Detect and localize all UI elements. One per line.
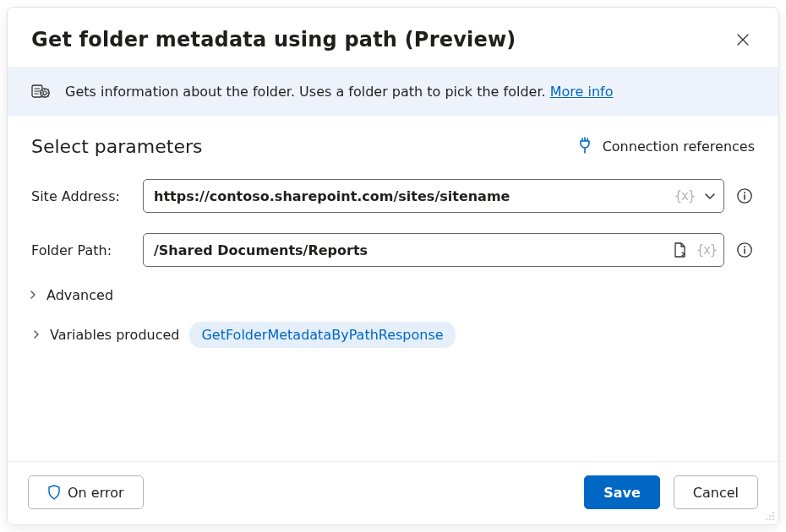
plug-icon <box>577 137 592 157</box>
folder-path-info[interactable] <box>734 242 755 258</box>
save-button[interactable]: Save <box>584 475 660 509</box>
chevron-right-icon <box>31 327 41 343</box>
fx-token-icon[interactable]: {x} <box>674 188 695 204</box>
fx-token-icon[interactable]: {x} <box>696 242 717 258</box>
connection-references-label: Connection references <box>603 138 755 155</box>
svg-point-4 <box>744 192 745 193</box>
site-address-label: Site Address: <box>31 188 133 204</box>
section-title: Select parameters <box>31 136 202 157</box>
info-icon <box>736 187 753 204</box>
site-address-dropdown[interactable] <box>703 189 717 203</box>
resize-grip-icon[interactable] <box>763 509 775 521</box>
file-browse-icon <box>673 242 688 258</box>
site-address-field[interactable]: {x} <box>143 179 724 213</box>
svg-point-7 <box>772 512 774 513</box>
svg-point-6 <box>744 246 745 247</box>
dialog: Get folder metadata using path (Preview)… <box>7 7 779 525</box>
cancel-button[interactable]: Cancel <box>674 475 758 509</box>
chevron-right-icon <box>28 287 38 303</box>
dialog-footer: On error Save Cancel <box>8 461 778 524</box>
dialog-title: Get folder metadata using path (Preview) <box>31 28 516 52</box>
variables-toggle[interactable]: Variables produced <box>31 327 179 343</box>
site-address-trailing: {x} <box>674 188 717 204</box>
folder-path-input[interactable] <box>154 242 673 258</box>
folder-picker-button[interactable] <box>673 242 688 258</box>
folder-path-label: Folder Path: <box>31 242 133 258</box>
save-label: Save <box>603 485 641 501</box>
svg-point-10 <box>766 518 767 520</box>
dialog-header: Get folder metadata using path (Preview) <box>8 8 778 67</box>
info-banner: Gets information about the folder. Uses … <box>8 67 778 116</box>
svg-point-11 <box>769 518 771 520</box>
connector-icon <box>31 82 50 100</box>
folder-path-trailing: {x} <box>673 242 717 258</box>
close-icon <box>736 33 750 46</box>
footer-right: Save Cancel <box>584 475 758 509</box>
info-banner-text: Gets information about the folder. Uses … <box>65 84 613 100</box>
folder-path-field[interactable]: {x} <box>143 233 724 267</box>
dialog-body: Select parameters Connection references … <box>8 116 778 461</box>
param-row-folder-path: Folder Path: {x} <box>31 233 755 267</box>
info-banner-description: Gets information about the folder. Uses … <box>65 84 550 100</box>
variables-row: Variables produced GetFolderMetadataByPa… <box>31 322 755 348</box>
section-header-row: Select parameters Connection references <box>31 136 755 157</box>
site-address-info[interactable] <box>734 187 755 204</box>
shield-icon <box>47 485 61 500</box>
site-address-input[interactable] <box>154 188 674 204</box>
info-icon <box>736 242 753 258</box>
connection-references-button[interactable]: Connection references <box>577 137 755 157</box>
cancel-label: Cancel <box>693 485 739 501</box>
chevron-down-icon <box>703 189 717 203</box>
advanced-toggle[interactable]: Advanced <box>28 287 755 303</box>
on-error-button[interactable]: On error <box>28 475 144 509</box>
svg-point-8 <box>769 515 771 517</box>
svg-point-12 <box>772 518 774 520</box>
svg-point-9 <box>772 515 774 517</box>
param-row-site-address: Site Address: {x} <box>31 179 755 213</box>
variables-label: Variables produced <box>50 327 179 343</box>
close-button[interactable] <box>731 28 755 52</box>
more-info-link[interactable]: More info <box>550 84 614 100</box>
on-error-label: On error <box>68 485 124 501</box>
variable-chip[interactable]: GetFolderMetadataByPathResponse <box>189 322 455 348</box>
advanced-label: Advanced <box>46 287 113 303</box>
